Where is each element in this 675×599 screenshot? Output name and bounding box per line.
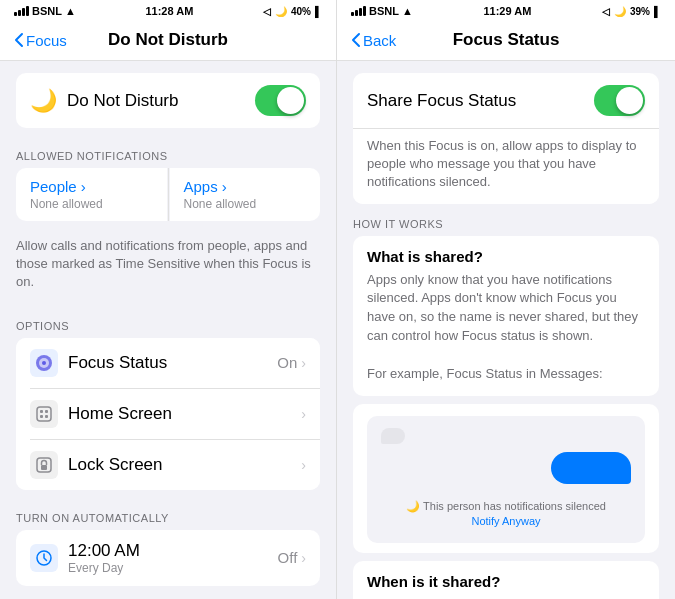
time-left: 11:28 AM — [145, 5, 193, 17]
when-shared-text: Focus status is shared in apps when you … — [367, 596, 645, 599]
dnd-toggle[interactable] — [255, 85, 306, 116]
moon-status-icon: 🌙 — [275, 6, 287, 17]
carrier-left: BSNL — [32, 5, 62, 17]
share-label: Share Focus Status — [367, 91, 516, 111]
signal-icon — [14, 6, 29, 16]
svg-rect-3 — [37, 407, 51, 421]
location-icon: ◁ — [263, 6, 271, 17]
notification-silenced: 🌙 This person has notifications silenced… — [381, 492, 631, 531]
allowed-row: People › None allowed Apps › None allowe… — [16, 168, 320, 221]
carrier-right: BSNL — [369, 5, 399, 17]
focus-status-label: Focus Status — [68, 353, 167, 373]
silenced-text: 🌙 This person has notifications silenced — [406, 500, 606, 513]
wifi-icon-right: ▲ — [402, 5, 413, 17]
share-toggle-row: Share Focus Status — [353, 73, 659, 128]
dnd-description: Allow calls and notifications from peopl… — [0, 229, 336, 306]
apps-sub: None allowed — [184, 197, 307, 211]
location-icon-right: ◁ — [602, 6, 610, 17]
moon-status-icon-right: 🌙 — [614, 6, 626, 17]
back-label-left: Focus — [26, 32, 67, 49]
silenced-moon-icon: 🌙 — [406, 500, 420, 513]
back-button-left[interactable]: Focus — [14, 32, 67, 49]
options-card: Focus Status On › — [16, 338, 320, 490]
turn-on-value: Off — [278, 549, 298, 566]
svg-rect-5 — [45, 410, 48, 413]
left-screen: BSNL ▲ 11:28 AM ◁ 🌙 40% ▌ Focus Do Not D… — [0, 0, 337, 599]
lock-screen-icon — [30, 451, 58, 479]
nav-bar-right: Back Focus Status — [337, 22, 675, 61]
home-screen-chevron: › — [301, 406, 306, 422]
focus-status-value: On — [277, 354, 297, 371]
svg-point-2 — [42, 361, 46, 365]
svg-rect-9 — [41, 465, 47, 470]
left-content: 🌙 Do Not Disturb ALLOWED NOTIFICATIONS P… — [0, 61, 336, 599]
right-screen: BSNL ▲ 11:29 AM ◁ 🌙 39% ▌ Back Focus Sta… — [337, 0, 675, 599]
moon-icon: 🌙 — [30, 88, 57, 114]
turn-on-row[interactable]: 12:00 AM Every Day Off › — [16, 530, 320, 586]
time-right: 11:29 AM — [483, 5, 531, 17]
share-toggle[interactable] — [594, 85, 645, 116]
lock-screen-svg — [35, 456, 53, 474]
svg-rect-4 — [40, 410, 43, 413]
turn-on-sub: Every Day — [68, 561, 140, 575]
what-shared-title: What is shared? — [367, 248, 645, 265]
turn-on-chevron: › — [301, 550, 306, 566]
share-card: Share Focus Status When this Focus is on… — [353, 73, 659, 204]
people-title: People › — [30, 178, 153, 195]
svg-rect-7 — [45, 415, 48, 418]
allowed-section-label: ALLOWED NOTIFICATIONS — [0, 136, 336, 168]
focus-status-icon — [30, 349, 58, 377]
svg-rect-6 — [40, 415, 43, 418]
when-shared-card: When is it shared? Focus status is share… — [353, 561, 659, 599]
focus-status-row[interactable]: Focus Status On › — [16, 338, 320, 388]
lock-screen-label: Lock Screen — [68, 455, 163, 475]
apps-title: Apps › — [184, 178, 307, 195]
battery-left: 40% — [291, 6, 311, 17]
status-bar-left: BSNL ▲ 11:28 AM ◁ 🌙 40% ▌ — [0, 0, 336, 22]
allowed-section: People › None allowed Apps › None allowe… — [16, 168, 320, 221]
signal-icon-right — [351, 6, 366, 16]
chevron-left-icon-right — [351, 32, 361, 48]
what-shared-card: What is shared? Apps only know that you … — [353, 236, 659, 396]
home-screen-icon — [30, 400, 58, 428]
what-shared-text: Apps only know that you have notificatio… — [367, 271, 645, 384]
home-screen-row[interactable]: Home Screen › — [16, 389, 320, 439]
turn-on-time: 12:00 AM — [68, 541, 140, 561]
how-it-works-label: HOW IT WORKS — [337, 204, 675, 236]
bubble-container: 🌙 This person has notifications silenced… — [367, 416, 645, 543]
bubble-blue — [551, 452, 631, 484]
nav-bar-left: Focus Do Not Disturb — [0, 22, 336, 61]
focus-status-svg — [35, 354, 53, 372]
when-shared-title: When is it shared? — [367, 573, 645, 590]
people-card[interactable]: People › None allowed — [16, 168, 167, 221]
turn-on-section-label: TURN ON AUTOMATICALLY — [0, 498, 336, 530]
message-example: 🌙 This person has notifications silenced… — [353, 404, 659, 553]
turn-on-card: 12:00 AM Every Day Off › — [16, 530, 320, 586]
page-title-right: Focus Status — [453, 30, 560, 50]
page-title-left: Do Not Disturb — [108, 30, 228, 50]
right-content: Share Focus Status When this Focus is on… — [337, 61, 675, 599]
battery-icon-left: ▌ — [315, 6, 322, 17]
back-label-right: Back — [363, 32, 396, 49]
dnd-label: Do Not Disturb — [67, 91, 178, 111]
lock-screen-chevron: › — [301, 457, 306, 473]
focus-status-chevron: › — [301, 355, 306, 371]
apps-card[interactable]: Apps › None allowed — [170, 168, 321, 221]
home-screen-svg — [35, 405, 53, 423]
share-description: When this Focus is on, allow apps to dis… — [353, 129, 659, 204]
people-sub: None allowed — [30, 197, 153, 211]
dnd-toggle-row: 🌙 Do Not Disturb — [16, 73, 320, 128]
clock-icon — [30, 544, 58, 572]
bubble-grey — [381, 428, 405, 444]
battery-icon-right: ▌ — [654, 6, 661, 17]
wifi-icon: ▲ — [65, 5, 76, 17]
chevron-left-icon — [14, 32, 24, 48]
battery-right: 39% — [630, 6, 650, 17]
status-bar-right: BSNL ▲ 11:29 AM ◁ 🌙 39% ▌ — [337, 0, 675, 22]
home-screen-label: Home Screen — [68, 404, 172, 424]
lock-screen-row[interactable]: Lock Screen › — [16, 440, 320, 490]
back-button-right[interactable]: Back — [351, 32, 396, 49]
clock-svg — [35, 549, 53, 567]
notify-anyway-button[interactable]: Notify Anyway — [471, 515, 540, 527]
options-section-label: OPTIONS — [0, 306, 336, 338]
